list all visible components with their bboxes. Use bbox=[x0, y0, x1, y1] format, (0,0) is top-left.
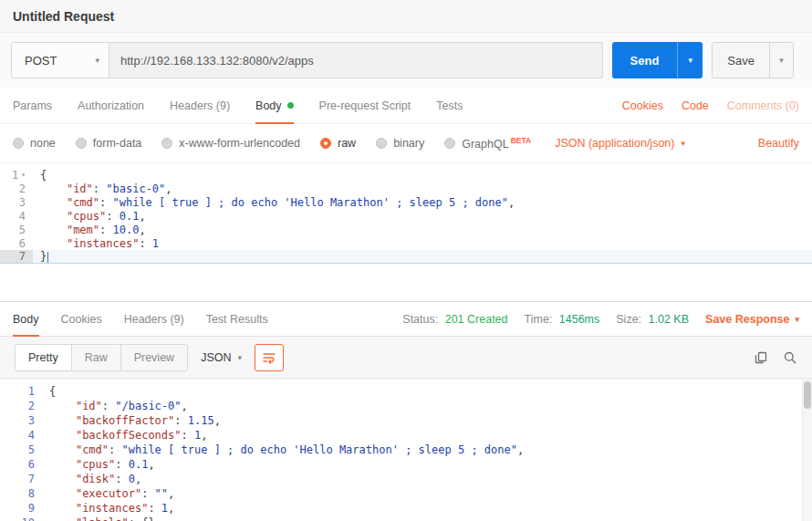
save-response-button[interactable]: Save Response ▾ bbox=[705, 313, 799, 326]
response-tab-test-results[interactable]: Test Results bbox=[206, 302, 268, 337]
view-preview-button[interactable]: Preview bbox=[121, 345, 187, 370]
search-icon bbox=[783, 350, 797, 365]
line-number: 9 bbox=[0, 502, 42, 515]
response-tabs-bar: Body Cookies Headers (9) Test Results St… bbox=[0, 301, 812, 336]
code-line-3: 3 "cmd": "while [ true ] ; do echo 'Hell… bbox=[0, 195, 812, 209]
method-label: POST bbox=[25, 54, 57, 68]
body-type-label: form-data bbox=[93, 137, 142, 150]
code-line-9: 9 "instances": 1, bbox=[0, 501, 812, 516]
request-url-bar: POST ▾ Send ▾ Save ▾ bbox=[0, 33, 812, 88]
language-label: JSON bbox=[201, 351, 231, 364]
send-options-button[interactable]: ▾ bbox=[677, 42, 703, 78]
line-number: 4 bbox=[0, 210, 33, 223]
scrollbar-thumb[interactable] bbox=[804, 381, 811, 409]
code-link[interactable]: Code bbox=[682, 99, 709, 112]
save-options-button[interactable]: ▾ bbox=[769, 43, 793, 78]
code-line-2: 2 "id": "basic-0", bbox=[0, 182, 812, 195]
code-line-text: "cmd": "while [ true ] ; do echo 'Hello … bbox=[42, 443, 524, 456]
tab-params[interactable]: Params bbox=[13, 88, 52, 124]
response-body-viewer[interactable]: 1{2 "id": "/basic-0",3 "backoffFactor": … bbox=[0, 379, 812, 521]
content-type-select[interactable]: JSON (application/json) ▾ bbox=[555, 137, 685, 150]
response-tab-headers[interactable]: Headers (9) bbox=[124, 302, 184, 337]
response-scrollbar[interactable] bbox=[802, 379, 812, 521]
view-pretty-button[interactable]: Pretty bbox=[16, 345, 72, 370]
response-tab-cookies[interactable]: Cookies bbox=[61, 302, 102, 337]
cookies-link[interactable]: Cookies bbox=[622, 99, 663, 112]
line-number: 2 bbox=[0, 182, 33, 195]
send-split-button: Send ▾ bbox=[612, 42, 703, 78]
chevron-down-icon: ▾ bbox=[237, 353, 242, 362]
line-number: 1 bbox=[0, 385, 42, 398]
line-number: 10 bbox=[0, 516, 42, 521]
wrap-text-button[interactable] bbox=[255, 344, 284, 371]
body-type-label: GraphQLBETA bbox=[462, 136, 531, 151]
code-line-5: 5 "mem": 10.0, bbox=[0, 223, 812, 236]
code-line-text: "disk": 0, bbox=[42, 473, 141, 485]
tab-tests[interactable]: Tests bbox=[436, 88, 463, 124]
code-line-text: "backoffFactor": 1.15, bbox=[42, 414, 221, 427]
request-body-editor[interactable]: 1▾{2 "id": "basic-0",3 "cmd": "while [ t… bbox=[0, 162, 812, 301]
code-line-text: "backoffSeconds": 1, bbox=[42, 429, 207, 442]
radio-icon bbox=[444, 138, 455, 149]
line-number: 7 bbox=[0, 473, 42, 485]
body-type-label: none bbox=[30, 137, 56, 150]
postman-window: Untitled Request POST ▾ Send ▾ Save ▾ Pa… bbox=[0, 0, 812, 521]
save-split-button: Save ▾ bbox=[712, 42, 794, 78]
code-line-6: 6 "instances": 1 bbox=[0, 236, 812, 250]
body-type-label: raw bbox=[338, 137, 356, 150]
save-button[interactable]: Save bbox=[713, 43, 769, 78]
view-raw-button[interactable]: Raw bbox=[72, 345, 121, 370]
comments-link[interactable]: Comments (0) bbox=[727, 99, 799, 112]
body-type-binary[interactable]: binary bbox=[376, 137, 424, 150]
code-line-1: 1▾{ bbox=[0, 168, 812, 182]
line-number: 3 bbox=[0, 414, 42, 427]
code-line-text: { bbox=[42, 385, 56, 398]
line-number: 3 bbox=[0, 196, 33, 209]
method-select[interactable]: POST ▾ bbox=[11, 42, 109, 78]
body-type-form-data[interactable]: form-data bbox=[76, 137, 142, 150]
send-button[interactable]: Send bbox=[612, 42, 678, 78]
body-type-x-www-form-urlencoded[interactable]: x-www-form-urlencoded bbox=[161, 137, 300, 150]
tab-authorization[interactable]: Authorization bbox=[78, 88, 144, 124]
search-button[interactable] bbox=[783, 350, 797, 365]
code-line-10: 10 "labels": {}, bbox=[0, 516, 812, 521]
beta-badge: BETA bbox=[511, 136, 532, 145]
size-badge: Size: 1.02 KB bbox=[616, 313, 689, 326]
body-type-bar: none form-data x-www-form-urlencoded raw… bbox=[0, 124, 812, 162]
code-line-2: 2 "id": "/basic-0", bbox=[0, 399, 812, 413]
response-view-switch: Pretty Raw Preview bbox=[15, 344, 188, 371]
radio-icon bbox=[13, 138, 24, 149]
time-badge: Time: 1456ms bbox=[525, 313, 600, 326]
content-type-label: JSON (application/json) bbox=[555, 137, 674, 150]
language-select[interactable]: JSON ▾ bbox=[201, 351, 242, 364]
chevron-down-icon: ▾ bbox=[779, 56, 784, 65]
fold-caret-icon[interactable]: ▾ bbox=[21, 171, 26, 179]
text-cursor bbox=[47, 252, 48, 263]
code-line-text: } bbox=[33, 250, 48, 263]
code-line-7: 7} bbox=[0, 250, 812, 264]
copy-button[interactable] bbox=[754, 350, 768, 365]
url-input[interactable] bbox=[109, 42, 603, 78]
body-type-graphql[interactable]: GraphQLBETA bbox=[444, 136, 531, 151]
copy-icon bbox=[754, 350, 768, 365]
tab-headers[interactable]: Headers (9) bbox=[170, 88, 230, 124]
beautify-link[interactable]: Beautify bbox=[758, 137, 799, 150]
line-number: 8 bbox=[0, 487, 42, 500]
radio-icon bbox=[376, 138, 387, 149]
body-type-raw[interactable]: raw bbox=[320, 137, 356, 150]
chevron-down-icon: ▾ bbox=[795, 315, 799, 324]
code-line-text: "instances": 1 bbox=[33, 237, 159, 250]
code-line-7: 7 "disk": 0, bbox=[0, 472, 812, 486]
body-type-none[interactable]: none bbox=[13, 137, 56, 150]
request-tabs: Params Authorization Headers (9) Body Pr… bbox=[0, 88, 812, 124]
response-tab-body[interactable]: Body bbox=[13, 302, 39, 337]
body-type-label: x-www-form-urlencoded bbox=[179, 137, 300, 150]
code-line-text: "id": "basic-0", bbox=[33, 182, 172, 195]
status-badge: Status: 201 Created bbox=[402, 313, 507, 326]
tab-body[interactable]: Body bbox=[255, 88, 294, 124]
chevron-down-icon: ▾ bbox=[95, 56, 99, 65]
code-line-text: "id": "/basic-0", bbox=[42, 400, 188, 412]
request-links: Cookies Code Comments (0) bbox=[622, 99, 799, 112]
line-number: 4 bbox=[0, 429, 42, 442]
tab-pre-request-script[interactable]: Pre-request Script bbox=[319, 88, 411, 124]
